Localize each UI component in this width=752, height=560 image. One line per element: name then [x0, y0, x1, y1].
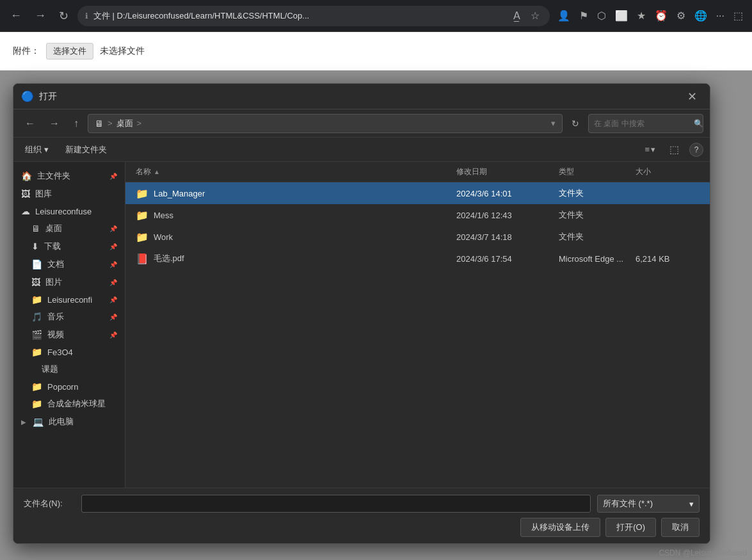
info-icon: ℹ [85, 12, 88, 20]
path-separator2: > [137, 118, 142, 128]
nav-up-button[interactable]: ↑ [68, 115, 84, 132]
help-button[interactable]: ? [689, 143, 703, 157]
file-list-area: 名称 ▲ 修改日期 类型 大小 📁La [125, 162, 710, 488]
sidebar-label-7: Leisureconfi [47, 295, 104, 305]
sidebar-item-6[interactable]: 🖼图片📌 [13, 273, 125, 291]
sidebar-item-3[interactable]: 🖥桌面📌 [13, 220, 125, 237]
sidebar-label-14: 此电脑 [49, 416, 117, 428]
view-options-button[interactable]: ≡ ▾ [641, 142, 659, 157]
sidebar-icon-13: 📁 [31, 399, 42, 409]
sidebar-icon-0: 🏠 [21, 171, 32, 181]
sidebar-toggle-icon[interactable]: ⬚ [731, 7, 746, 24]
collections-icon[interactable]: ⚑ [577, 7, 591, 24]
action-row: 从移动设备上传 打开(O) 取消 [24, 518, 700, 537]
pin-icon-5: 📌 [109, 261, 117, 268]
forward-button[interactable]: → [31, 6, 50, 25]
path-dropdown-icon[interactable]: ▾ [551, 118, 556, 128]
sidebar-item-11[interactable]: 课题 [13, 360, 125, 378]
col-size-header[interactable]: 大小 [636, 166, 700, 177]
sidebar-icon-2: ☁ [21, 206, 30, 216]
dialog-app-icon: 🔵 [21, 90, 34, 102]
tablet-icon[interactable]: ⬜ [612, 7, 630, 24]
sidebar-item-13[interactable]: 📁合成金纳米球星 [13, 395, 125, 413]
file-type-1: 文件夹 [559, 209, 636, 221]
sidebar-item-9[interactable]: 🎬视频📌 [13, 326, 125, 344]
file-icon-0: 📁 [136, 188, 148, 200]
reload-button[interactable]: ↻ [55, 6, 72, 26]
back-button[interactable]: ← [6, 6, 26, 25]
profile-icon[interactable]: 👤 [555, 7, 573, 24]
sidebar-icon-6: 🖼 [31, 277, 40, 287]
sidebar-icon-9: 🎬 [31, 330, 42, 340]
sidebar-item-5[interactable]: 📄文档📌 [13, 255, 125, 273]
file-row-2[interactable]: 📁Work2024/3/7 14:18文件夹 [125, 226, 710, 248]
pin-icon-9: 📌 [109, 332, 117, 339]
search-input[interactable] [594, 119, 690, 128]
history-icon[interactable]: ⏰ [652, 7, 670, 24]
dialog-nav-toolbar: ← → ↑ 🖥 > 桌面 > ▾ ↻ 🔍 [13, 109, 710, 138]
file-row-1[interactable]: 📁Mess2024/1/6 12:43文件夹 [125, 204, 710, 226]
filetype-label: 所有文件 (*.*) [603, 498, 653, 509]
sidebar-item-10[interactable]: 📁Fe3O4 [13, 344, 125, 360]
expand-icon: ▶ [21, 419, 26, 426]
col-modified-header[interactable]: 修改日期 [456, 166, 559, 177]
file-name-cell-3: 📕毛选.pdf [136, 253, 456, 265]
sidebar-item-7[interactable]: 📁Leisureconfi📌 [13, 291, 125, 308]
nav-forward-button[interactable]: → [44, 115, 65, 132]
file-type-3: Microsoft Edge ... [559, 254, 636, 264]
file-name-0: Lab_Manager [154, 189, 205, 198]
col-type-header[interactable]: 类型 [559, 166, 636, 177]
organize-button[interactable]: 组织 ▾ [20, 141, 54, 158]
mobile-upload-button[interactable]: 从移动设备上传 [520, 518, 600, 537]
file-row-3[interactable]: 📕毛选.pdf2024/3/6 17:54Microsoft Edge ...6… [125, 248, 710, 269]
cancel-button[interactable]: 取消 [661, 518, 700, 537]
sidebar-label-0: 主文件夹 [37, 170, 104, 182]
new-folder-button[interactable]: 新建文件夹 [60, 141, 112, 158]
path-segment: 桌面 [116, 118, 133, 129]
avatar-icon[interactable]: 🌐 [692, 7, 710, 24]
sidebar-item-4[interactable]: ⬇下载📌 [13, 237, 125, 255]
col-name-header[interactable]: 名称 ▲ [136, 166, 456, 177]
column-headers: 名称 ▲ 修改日期 类型 大小 [125, 162, 710, 182]
open-button[interactable]: 打开(O) [605, 518, 656, 537]
sidebar-item-2[interactable]: ☁Leisureconfuse [13, 203, 125, 220]
address-bar[interactable]: ℹ 文件 | D:/Leisureconfused/Learn/HTML&CSS… [77, 6, 550, 26]
pin-icon-0: 📌 [109, 173, 117, 180]
path-icon: 🖥 [95, 118, 104, 129]
dialog-overlay: 🔵 打开 ✕ ← → ↑ 🖥 > 桌面 > ▾ ↻ 🔍 [0, 70, 752, 560]
preview-pane-button[interactable]: ⬚ [666, 141, 683, 158]
sidebar-item-14[interactable]: ▶ 💻此电脑 [13, 413, 125, 431]
extensions-icon[interactable]: ⚙ [674, 7, 688, 24]
file-rows: 📁Lab_Manager2024/3/6 14:01文件夹📁Mess2024/1… [125, 182, 710, 488]
pin-icon-6: 📌 [109, 279, 117, 286]
view-dropdown-icon: ▾ [651, 145, 655, 154]
filename-input[interactable] [81, 495, 591, 513]
wallet-icon[interactable]: ⬡ [595, 7, 609, 24]
watermark: CSDN @Leisureconfused [653, 546, 752, 560]
browser-chrome: ← → ↻ ℹ 文件 | D:/Leisureconfused/Learn/HT… [0, 0, 752, 32]
sidebar-item-12[interactable]: 📁Popcorn [13, 378, 125, 395]
refresh-button[interactable]: ↻ [566, 116, 584, 131]
choose-file-button[interactable]: 选择文件 [46, 43, 93, 60]
favorites-icon[interactable]: ★ [634, 7, 648, 24]
filetype-select[interactable]: 所有文件 (*.*) ▾ [597, 495, 700, 513]
sidebar-item-1[interactable]: 🖼图库 [13, 185, 125, 203]
file-name-3: 毛选.pdf [154, 253, 184, 264]
file-modified-0: 2024/3/6 14:01 [456, 189, 559, 198]
sidebar-label-1: 图库 [35, 188, 117, 200]
path-bar[interactable]: 🖥 > 桌面 > ▾ [88, 114, 563, 133]
file-row-0[interactable]: 📁Lab_Manager2024/3/6 14:01文件夹 [125, 182, 710, 204]
search-bar[interactable]: 🔍 [588, 114, 703, 133]
address-text: 文件 | D:/Leisureconfused/Learn/HTML&CSS/H… [93, 10, 506, 22]
more-icon[interactable]: ··· [714, 8, 727, 24]
search-icon: 🔍 [694, 119, 703, 128]
nav-back-button[interactable]: ← [20, 115, 40, 132]
read-mode-icon[interactable]: A̲ [511, 7, 523, 24]
organize-label: 组织 [25, 144, 42, 156]
dialog-close-button[interactable]: ✕ [682, 88, 702, 105]
file-modified-3: 2024/3/6 17:54 [456, 254, 559, 264]
sidebar-item-8[interactable]: 🎵音乐📌 [13, 308, 125, 326]
bookmark-icon[interactable]: ☆ [528, 7, 542, 24]
sidebar-item-0[interactable]: 🏠主文件夹📌 [13, 167, 125, 185]
sidebar-icon-1: 🖼 [21, 189, 30, 199]
